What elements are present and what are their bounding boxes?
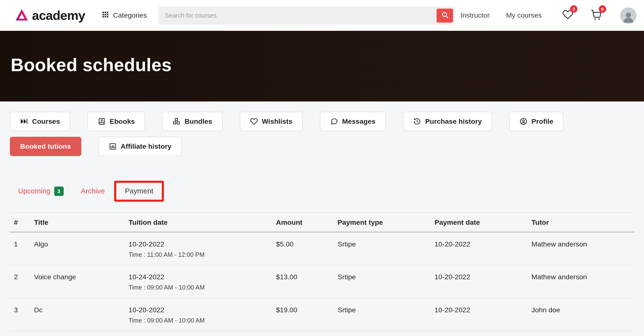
col-header-payment-type: Payment type xyxy=(334,213,430,232)
tuition-time: Time : 09:00 AM - 10:00 AM xyxy=(128,317,268,324)
booked-tutions-label: Booked tutions xyxy=(20,142,71,151)
messages-label: Messages xyxy=(342,118,376,126)
course-search xyxy=(158,6,455,24)
cell-payment-date: 10-20-2022 xyxy=(430,298,527,331)
profile-icon xyxy=(520,118,528,125)
tuition-time: Time : 09:00 AM - 10:00 AM xyxy=(128,284,268,291)
tab-payment[interactable]: Payment xyxy=(125,187,153,196)
tab-payment-label: Payment xyxy=(125,187,153,196)
wishlist-button[interactable]: 2 xyxy=(562,9,573,22)
schedule-tabs: Upcoming 3 Archive Payment xyxy=(10,181,634,202)
table-row: 3 Dc 10-20-2022 Time : 09:00 AM - 10:00 … xyxy=(10,298,634,331)
ebooks-label: Ebooks xyxy=(110,118,135,126)
tuition-date: 10-20-2022 xyxy=(128,306,268,314)
wishlists-label: Wishlists xyxy=(262,118,292,126)
col-header-title: Title xyxy=(30,213,124,232)
nav-instructor[interactable]: Instructor xyxy=(460,11,490,20)
table-row: 1 Algo 10-20-2022 Time : 11:00 AM - 12:0… xyxy=(10,232,634,265)
cell-tuition-date: 10-20-2022 Time : 09:00 AM - 10:00 AM xyxy=(124,298,272,331)
logo-mark-icon xyxy=(15,8,28,23)
cell-tuition-date: 10-24-2022 Time : 09:00 AM - 10:00 AM xyxy=(124,265,272,298)
categories-label: Categories xyxy=(113,11,147,20)
upcoming-count-badge: 3 xyxy=(54,186,64,196)
cell-payment-type: Srtipe xyxy=(334,232,430,265)
top-nav-links: Instructor My courses xyxy=(460,11,542,20)
search-button[interactable] xyxy=(437,8,453,22)
cell-tutor: Mathew anderson xyxy=(528,265,634,298)
table-row: 2 Voice change 10-24-2022 Time : 09:00 A… xyxy=(10,265,634,298)
cell-title: Dc xyxy=(30,298,124,331)
cart-icon xyxy=(591,15,602,22)
wishlist-count-badge: 2 xyxy=(570,6,578,13)
avatar-person-icon xyxy=(622,10,636,24)
col-header-amount: Amount xyxy=(272,213,334,232)
bundles-label: Bundles xyxy=(184,118,212,126)
wishlists-icon xyxy=(250,118,258,125)
col-header-tuition-date: Tuition date xyxy=(124,213,272,232)
cell-payment-type: Srtipe xyxy=(334,298,430,331)
cell-title: Algo xyxy=(30,232,124,265)
account-menu-row-1: Courses Ebooks Bundles Wishlists xyxy=(10,112,634,131)
booked-tutions-button[interactable]: Booked tutions xyxy=(10,137,81,156)
bundles-button[interactable]: Bundles xyxy=(162,112,222,131)
cell-tutor: Mathew anderson xyxy=(528,232,634,265)
messages-icon xyxy=(330,118,338,125)
courses-label: Courses xyxy=(32,118,60,126)
ebooks-icon xyxy=(98,118,106,125)
profile-button[interactable]: Profile xyxy=(509,112,564,131)
page-banner: Booked schedules xyxy=(0,31,644,102)
cell-tutor: John doe xyxy=(528,298,634,331)
grid-icon xyxy=(102,10,109,20)
col-header-payment-date: Payment date xyxy=(430,213,527,232)
cell-payment-date: 10-20-2022 xyxy=(430,265,527,298)
top-navbar: academy Categories Instructor My xyxy=(0,0,644,31)
tab-archive[interactable]: Archive xyxy=(81,187,105,196)
cart-count-badge: 0 xyxy=(599,5,606,12)
cell-amount: $5.00 xyxy=(272,232,334,265)
tab-archive-label: Archive xyxy=(81,187,105,196)
profile-label: Profile xyxy=(532,118,553,126)
logo-text: academy xyxy=(32,8,85,23)
col-header-num: # xyxy=(10,213,30,232)
cell-num: 1 xyxy=(10,232,30,265)
cell-num: 3 xyxy=(10,298,30,331)
messages-button[interactable]: Messages xyxy=(320,112,386,131)
tuition-time: Time : 11:00 AM - 12:00 PM xyxy=(128,251,268,258)
payments-table: # Title Tuition date Amount Payment type… xyxy=(10,212,634,331)
categories-menu[interactable]: Categories xyxy=(102,10,147,20)
nav-my-courses[interactable]: My courses xyxy=(506,11,542,20)
heart-icon xyxy=(562,14,573,22)
cell-payment-date: 10-20-2022 xyxy=(430,232,527,265)
cell-amount: $13.00 xyxy=(272,265,334,298)
purchase-history-button[interactable]: Purchase history xyxy=(403,112,492,131)
affiliate-history-label: Affiliate history xyxy=(120,142,172,151)
courses-icon xyxy=(20,118,28,125)
bundles-icon xyxy=(172,118,180,125)
user-avatar[interactable] xyxy=(620,7,636,24)
tuition-date: 10-24-2022 xyxy=(128,273,268,282)
cell-amount: $19.00 xyxy=(272,298,334,331)
courses-button[interactable]: Courses xyxy=(10,112,70,131)
tab-upcoming[interactable]: Upcoming 3 xyxy=(18,186,64,196)
cell-payment-type: Srtipe xyxy=(334,265,430,298)
ebooks-button[interactable]: Ebooks xyxy=(88,112,145,131)
logo[interactable]: academy xyxy=(15,8,85,23)
main-content: Courses Ebooks Bundles Wishlists xyxy=(0,112,644,331)
page-title: Booked schedules xyxy=(11,54,172,75)
affiliate-history-button[interactable]: Affiliate history xyxy=(98,137,182,156)
page: academy Categories Instructor My xyxy=(0,0,644,336)
affiliate-history-icon xyxy=(109,142,116,150)
cell-title: Voice change xyxy=(30,265,124,298)
cell-tuition-date: 10-20-2022 Time : 11:00 AM - 12:00 PM xyxy=(124,232,272,265)
tab-upcoming-label: Upcoming xyxy=(18,187,50,196)
wishlists-button[interactable]: Wishlists xyxy=(240,112,303,131)
annotation-highlight-box: Payment xyxy=(114,181,164,202)
purchase-history-icon xyxy=(413,118,421,125)
tuition-date: 10-20-2022 xyxy=(128,240,268,249)
col-header-tutor: Tutor xyxy=(528,213,634,232)
account-menu-row-2: Booked tutions Affiliate history xyxy=(10,137,634,156)
cell-num: 2 xyxy=(10,265,30,298)
search-input[interactable] xyxy=(158,12,455,19)
cart-button[interactable]: 0 xyxy=(591,9,602,22)
search-icon xyxy=(441,11,449,20)
